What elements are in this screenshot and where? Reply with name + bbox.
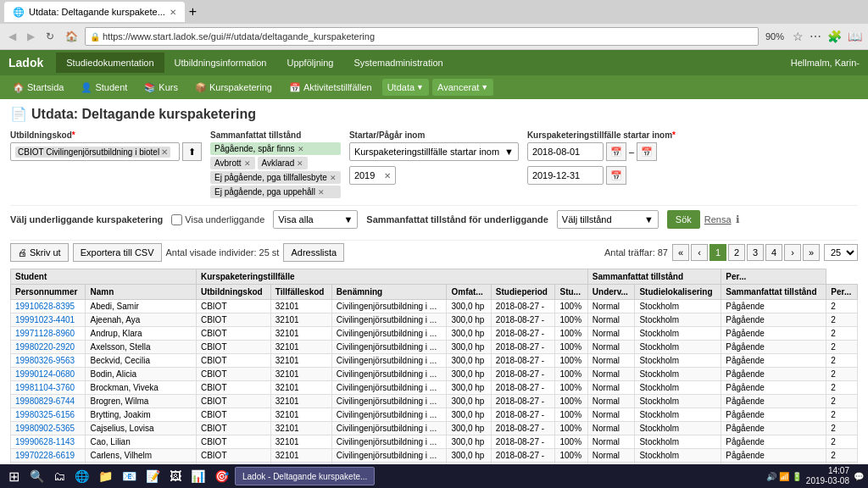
education-code-tag-remove[interactable]: ✕ [161,147,168,157]
personnummer-link[interactable]: 19981104-3760 [15,383,75,392]
upload-button[interactable]: ⬆ [182,142,202,161]
page-prev-button[interactable]: ‹ [691,244,708,261]
status-tag-0-remove[interactable]: ✕ [298,145,304,153]
back-button[interactable]: ◀ [4,29,20,44]
personnummer-link[interactable]: 19990628-1143 [15,437,75,446]
date-to-cal-button[interactable]: 📅 [606,166,626,185]
reader-button[interactable]: 📖 [846,28,864,45]
extensions-button[interactable]: 🧩 [826,28,843,45]
page-last-button[interactable]: » [803,244,820,261]
write-out-button[interactable]: 🖨 Skriv ut [10,243,69,262]
education-code-tag-value: CBIOT Civilingenjörsutbildning i biotel [18,147,159,157]
date-from-calendar-button[interactable]: 📅 [606,142,626,161]
word-button[interactable]: 📝 [142,468,164,485]
personnummer-link[interactable]: 19980902-5365 [15,424,75,433]
table-toolbar: 🖨 Skriv ut Exportera till CSV Antal visa… [10,240,858,264]
nav-uppfoljning[interactable]: Uppföljning [276,53,343,73]
file-explorer-button[interactable]: 📁 [95,468,116,485]
year-select-input[interactable]: ✕ [349,166,396,185]
sec-nav-avancerat[interactable]: Avancerat ▼ [432,79,493,96]
sec-nav-aktivitetstillfallen[interactable]: 📅 Aktivitetstillfällen [281,79,381,97]
status-tag-1-remove[interactable]: ✕ [244,159,251,168]
powerpoint-button[interactable]: 🎯 [211,468,232,485]
status-filter-label: Sammanfattat tillstånd [210,130,341,140]
underliggande-status-select[interactable]: Välj tillstånd ▼ [557,210,659,229]
date-to-input[interactable]: 2019-12-31 [527,166,604,185]
personnummer-link[interactable]: 19980325-6156 [15,410,75,419]
page-next-button[interactable]: › [784,244,801,261]
visa-underliggande-checkbox-label[interactable]: Visa underliggande [171,214,264,225]
forward-button[interactable]: ▶ [23,29,39,44]
bookmark-button[interactable]: ☆ [791,28,805,45]
sec-nav-kurs[interactable]: 📚 Kurs [136,79,186,97]
year-clear-button[interactable]: ✕ [384,171,391,180]
start-select[interactable]: Kurspaketeringstillfälle startar inom ▼ [349,142,519,161]
status-tag-2-remove[interactable]: ✕ [297,159,303,168]
nav-systemadministration[interactable]: Systemadministration [343,53,453,73]
page-1-button[interactable]: 1 [709,244,726,261]
page-content: 📄 Utdata: Deltagande kurspaketering Utbi… [0,99,868,465]
nav-studiedokumentation[interactable]: Studiedokumentation [56,53,164,73]
address-list-button[interactable]: Adresslista [283,243,344,262]
sec-nav-utdata[interactable]: Utdata ▼ [382,79,429,96]
start-filter-label: Startar/Pågår inom [349,130,519,140]
sec-nav-startsida[interactable]: 🏠 Startsida [4,79,72,97]
personnummer-link[interactable]: 19980326-9563 [15,356,75,365]
personnummer-link[interactable]: 19980220-2920 [15,342,75,352]
menu-button[interactable]: ⋯ [808,28,823,45]
page-size-select[interactable]: 25 50 100 [824,244,858,261]
visa-underliggande-checkbox[interactable] [171,214,182,225]
rensa-button[interactable]: Rensa [704,214,732,225]
edge-browser-button[interactable]: 🌐 [71,468,92,485]
active-app-button[interactable]: Ladok - Deltagande kurspakete... [235,467,375,485]
photos-button[interactable]: 🖼 [166,468,185,485]
personnummer-link[interactable]: 19990124-0680 [15,369,75,379]
search-taskbar-button[interactable]: 🔍 [26,468,47,485]
reload-button[interactable]: ↻ [42,29,58,44]
taskbar-icons-right: 🔊 📶 🔋 [766,472,802,481]
tab-favicon: 🌐 [13,7,25,18]
notification-button[interactable]: 💬 [854,472,864,481]
export-csv-button[interactable]: Exportera till CSV [73,243,162,262]
kurs-filter-label: Kurspaketeringstillfälle startar inom* [527,130,676,140]
status-tag-0: Pågående, spår finns ✕ [210,142,341,155]
sec-nav-kurspaketering[interactable]: 📦 Kurspaketering [186,79,281,97]
info-icon[interactable]: ℹ [736,214,740,225]
year-input-group: ✕ [349,166,519,185]
hits-label: Antal träffar: 87 [604,247,668,258]
date-from-input[interactable]: 2018-08-01 [527,142,604,161]
date-to-calendar-button[interactable]: 📅 [637,142,657,161]
page-first-button[interactable]: « [672,244,689,261]
group-header-per: Per... [721,269,826,285]
personnummer-link[interactable]: 19970228-6619 [15,451,75,460]
home-button[interactable]: 🏠 [61,29,82,44]
underliggande-select[interactable]: Visa alla ▼ [273,210,358,229]
active-tab[interactable]: 🌐 Utdata: Deltagande kurspakete... ✕ [4,2,185,22]
mail-button[interactable]: 📧 [119,468,140,485]
url-bar[interactable]: 🔒 https://www.start.ladok.se/gui/#/utdat… [85,27,759,46]
education-code-tag-input[interactable]: CBIOT Civilingenjörsutbildning i biotel … [10,142,180,161]
page-3-button[interactable]: 3 [747,244,764,261]
page-4-button[interactable]: 4 [765,244,782,261]
search-button[interactable]: Sök [667,210,700,229]
personnummer-link[interactable]: 19980829-6744 [15,396,75,406]
excel-button[interactable]: 📊 [187,468,209,485]
start-button[interactable]: ⊞ [4,467,24,486]
personnummer-link[interactable]: 19910628-8395 [15,302,75,311]
task-view-button[interactable]: 🗂 [50,468,69,485]
personnummer-link[interactable]: 19991023-4401 [15,315,75,324]
start-select-arrow: ▼ [504,147,514,157]
year-input[interactable] [354,170,384,180]
sec-nav-student[interactable]: 👤 Student [72,79,136,97]
new-tab-button[interactable]: + [185,4,201,19]
status-tag-3-remove[interactable]: ✕ [330,174,337,182]
status-tag-1-label: Avbrott [214,158,242,168]
filter-area: Utbildningskod* CBIOT Civilingenjörsutbi… [10,130,858,198]
date-to-group: 2019-12-31 📅 [527,166,676,185]
personnummer-link[interactable]: 19971128-8960 [15,329,75,338]
page-2-button[interactable]: 2 [728,244,745,261]
nav-utbildningsinformation[interactable]: Utbildningsinformation [164,53,277,73]
tab-close-button[interactable]: ✕ [170,8,176,17]
status-tag-1: Avbrott ✕ [210,157,255,169]
status-tag-4-remove[interactable]: ✕ [318,188,325,197]
